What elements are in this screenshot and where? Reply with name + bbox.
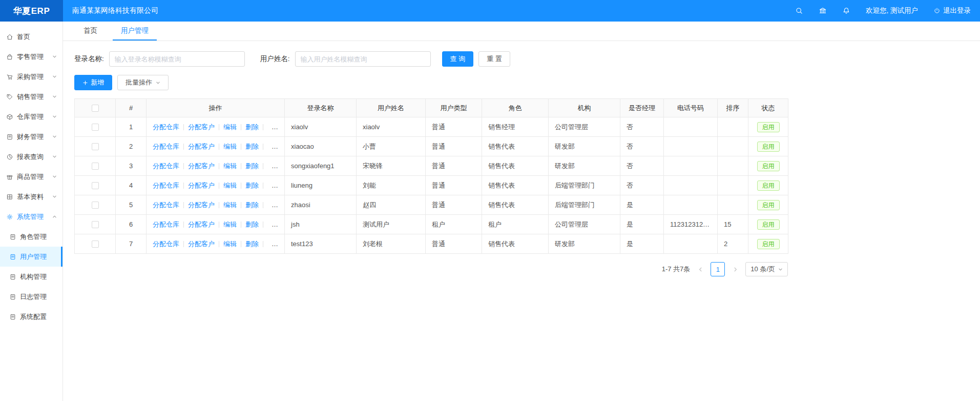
sidebar-item-warehouse[interactable]: 仓库管理	[0, 107, 62, 127]
row-checkbox[interactable]	[92, 202, 99, 209]
sidebar-item-log[interactable]: 日志管理	[0, 287, 62, 307]
action-link[interactable]: 分配客户	[188, 182, 215, 189]
action-link[interactable]: 删除	[245, 162, 259, 170]
prev-page-button[interactable]	[694, 263, 706, 276]
action-link[interactable]: 分配仓库	[153, 162, 179, 170]
column-header[interactable]: 操作	[147, 99, 285, 117]
chevron-down-icon	[52, 94, 57, 99]
action-divider	[219, 202, 219, 208]
column-header[interactable]: 角色	[482, 99, 549, 117]
next-page-button[interactable]	[729, 263, 741, 276]
sidebar-item-system[interactable]: 系统管理	[0, 207, 62, 227]
cell-org: 研发部	[549, 156, 620, 176]
row-checkbox[interactable]	[92, 182, 99, 189]
sidebar-item-org[interactable]: 机构管理	[0, 267, 62, 287]
table-header-row: #操作登录名称用户姓名用户类型角色机构是否经理电话号码排序状态	[75, 99, 788, 117]
sidebar-item-sales[interactable]: 销售管理	[0, 87, 62, 107]
action-link[interactable]: 删除	[245, 201, 259, 209]
action-link[interactable]: 分配客户	[188, 162, 215, 170]
sidebar-item-label: 基本资料	[17, 192, 44, 202]
tab-home[interactable]: 首页	[75, 22, 106, 41]
sidebar-item-finance[interactable]: 财务管理	[0, 127, 62, 147]
bank-icon[interactable]	[819, 7, 827, 15]
bell-icon[interactable]	[842, 7, 850, 15]
column-header[interactable]: #	[116, 99, 147, 117]
action-link[interactable]: 分配客户	[188, 143, 215, 150]
action-link[interactable]: 分配仓库	[153, 201, 179, 209]
row-index: 6	[116, 215, 147, 234]
logout-button[interactable]: 退出登录	[933, 6, 971, 15]
select-all-checkbox[interactable]	[92, 105, 99, 112]
tab-user-management[interactable]: 用户管理	[113, 22, 157, 41]
action-link[interactable]: 分配客户	[188, 201, 215, 209]
sidebar-item-product[interactable]: 商品管理	[0, 167, 62, 187]
page-size-select[interactable]: 10 条/页	[745, 262, 788, 276]
action-link[interactable]: 编辑	[223, 143, 237, 150]
sidebar-item-role[interactable]: 角色管理	[0, 227, 62, 247]
action-link[interactable]: 编辑	[223, 162, 237, 170]
search-icon[interactable]	[795, 7, 803, 15]
action-divider	[241, 163, 241, 169]
action-link[interactable]: 编辑	[223, 240, 237, 248]
table-row: 5分配仓库分配客户编辑删除重置密码zhaosi赵四普通销售代表后端管理部门是启用	[75, 195, 788, 215]
search-button[interactable]: 查 询	[442, 51, 474, 67]
action-link[interactable]: 删除	[245, 182, 259, 189]
column-header[interactable]: 机构	[549, 99, 620, 117]
sidebar-item-purchase[interactable]: 采购管理	[0, 67, 62, 87]
action-link[interactable]: 分配客户	[188, 123, 215, 131]
table-row: 1分配仓库分配客户编辑删除重置密码xiaolvxiaolv普通销售经理公司管理层…	[75, 117, 788, 137]
column-header[interactable]: 是否经理	[620, 99, 664, 117]
column-header[interactable]: 排序	[718, 99, 748, 117]
header-checkbox-cell	[75, 99, 116, 117]
action-link[interactable]: 分配仓库	[153, 123, 179, 131]
status-badge: 启用	[757, 161, 780, 171]
action-link[interactable]: 分配仓库	[153, 182, 179, 189]
app-logo[interactable]: 华夏ERP	[0, 0, 63, 22]
row-checkbox[interactable]	[92, 240, 99, 248]
action-link[interactable]: 编辑	[223, 123, 237, 131]
sidebar-item-label: 财务管理	[17, 132, 44, 142]
action-link[interactable]: 分配客户	[188, 220, 215, 228]
sidebar-item-user[interactable]: 用户管理	[0, 247, 62, 267]
column-header[interactable]: 用户类型	[426, 99, 482, 117]
action-link[interactable]: 分配仓库	[153, 143, 179, 150]
action-link[interactable]: 删除	[245, 143, 259, 150]
column-header[interactable]: 电话号码	[664, 99, 718, 117]
cell-login_name: xiaocao	[285, 137, 357, 156]
column-header[interactable]: 登录名称	[285, 99, 357, 117]
action-link[interactable]: 编辑	[223, 220, 237, 228]
sidebar-item-home[interactable]: 首页	[0, 27, 62, 47]
column-header[interactable]: 用户姓名	[357, 99, 426, 117]
row-checkbox[interactable]	[92, 143, 99, 150]
batch-operations-button[interactable]: 批量操作	[117, 75, 169, 90]
action-divider	[263, 163, 263, 169]
current-page-button[interactable]: 1	[711, 262, 725, 276]
action-link[interactable]: 编辑	[223, 182, 237, 189]
sidebar-item-retail[interactable]: 零售管理	[0, 47, 62, 67]
cell-is_manager: 是	[620, 234, 664, 254]
sidebar-item-report[interactable]: 报表查询	[0, 147, 62, 167]
reset-button[interactable]: 重 置	[478, 51, 510, 67]
action-link[interactable]: 删除	[245, 220, 259, 228]
sidebar-item-label: 用户管理	[20, 252, 47, 262]
user-name-input[interactable]	[295, 51, 431, 67]
sidebar-item-config[interactable]: 系统配置	[0, 307, 62, 327]
row-index: 1	[116, 117, 147, 137]
chevron-down-icon	[52, 54, 57, 59]
action-link[interactable]: 删除	[245, 123, 259, 131]
action-link[interactable]: 分配仓库	[153, 240, 179, 248]
chevron-down-icon	[52, 154, 57, 159]
action-link[interactable]: 分配客户	[188, 240, 215, 248]
column-header[interactable]: 状态	[748, 99, 788, 117]
action-link[interactable]: 删除	[245, 240, 259, 248]
action-link[interactable]: 分配仓库	[153, 220, 179, 228]
login-name-input[interactable]	[109, 51, 245, 67]
row-checkbox[interactable]	[92, 221, 99, 228]
row-checkbox[interactable]	[92, 124, 99, 131]
sidebar-item-basic[interactable]: 基本资料	[0, 187, 62, 207]
add-button[interactable]: 新增	[74, 75, 112, 90]
action-link[interactable]: 编辑	[223, 201, 237, 209]
cell-org: 公司管理层	[549, 215, 620, 234]
row-checkbox[interactable]	[92, 163, 99, 170]
sidebar-menu: 首页零售管理采购管理销售管理仓库管理财务管理报表查询商品管理基本资料系统管理角色…	[0, 22, 63, 401]
